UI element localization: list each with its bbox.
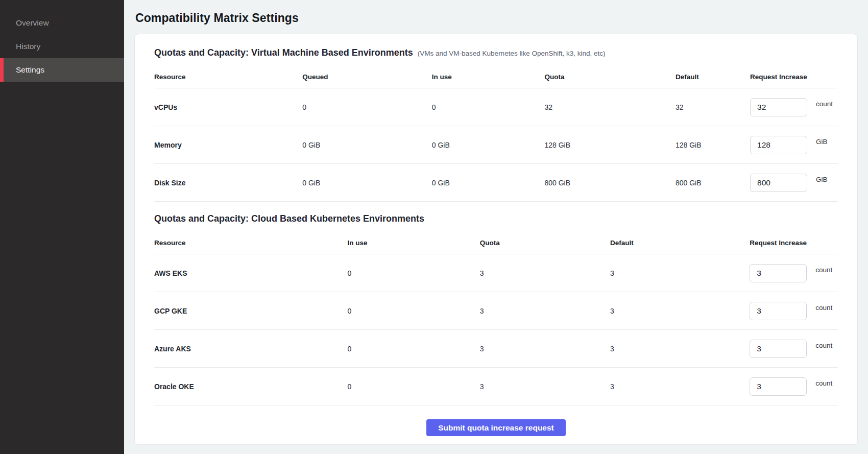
table-row: Oracle OKE 0 3 3 count xyxy=(154,368,838,405)
default-value: 32 xyxy=(676,103,750,111)
resource-name: GCP GKE xyxy=(154,307,347,315)
quota-value: 3 xyxy=(480,383,610,391)
quota-value: 3 xyxy=(480,269,610,277)
in-use-value: 0 GiB xyxy=(432,141,545,149)
disk-size-request-input[interactable] xyxy=(750,174,807,192)
resource-name: Memory xyxy=(154,141,302,149)
resource-name: AWS EKS xyxy=(154,269,347,277)
column-header-queued: Queued xyxy=(302,73,431,81)
quota-value: 3 xyxy=(480,345,610,353)
unit-label: count xyxy=(815,304,832,312)
default-value: 3 xyxy=(610,383,750,391)
resource-name: Azure AKS xyxy=(154,345,347,353)
sidebar-item-overview[interactable]: Overview xyxy=(0,11,124,35)
table-row: Memory 0 GiB 0 GiB 128 GiB 128 GiB GiB xyxy=(154,126,838,164)
default-value: 800 GiB xyxy=(676,179,750,187)
queued-value: 0 xyxy=(302,103,431,111)
column-header-resource: Resource xyxy=(154,73,302,81)
k8s-table-header: Resource In use Quota Default Request In… xyxy=(154,231,838,254)
column-header-in-use: In use xyxy=(432,73,545,81)
vcpus-request-input[interactable] xyxy=(750,98,807,116)
unit-label: GiB xyxy=(816,176,828,183)
default-value: 3 xyxy=(610,307,750,315)
column-header-in-use: In use xyxy=(347,239,479,247)
in-use-value: 0 GiB xyxy=(432,179,545,187)
quota-value: 32 xyxy=(544,103,675,111)
in-use-value: 0 xyxy=(432,103,545,111)
k8s-section-header: Quotas and Capacity: Cloud Based Kuberne… xyxy=(154,213,838,224)
main-content: Compatibility Matrix Settings Quotas and… xyxy=(124,0,868,454)
quota-value: 3 xyxy=(480,307,610,315)
table-row: GCP GKE 0 3 3 count xyxy=(154,292,838,330)
request-increase-cell: GiB xyxy=(750,136,838,154)
table-row: vCPUs 0 0 32 32 count xyxy=(154,88,838,126)
request-increase-cell: count xyxy=(750,302,838,320)
vm-section-header: Quotas and Capacity: Virtual Machine Bas… xyxy=(154,47,838,58)
default-value: 3 xyxy=(610,345,750,353)
settings-card: Quotas and Capacity: Virtual Machine Bas… xyxy=(134,34,858,445)
vm-section-title: Quotas and Capacity: Virtual Machine Bas… xyxy=(154,47,413,58)
queued-value: 0 GiB xyxy=(302,179,431,187)
submit-button-row: Submit quota increase request xyxy=(154,419,838,436)
request-increase-cell: count xyxy=(750,340,838,358)
sidebar-item-settings[interactable]: Settings xyxy=(0,58,124,82)
column-header-default: Default xyxy=(610,239,750,247)
resource-name: Oracle OKE xyxy=(154,383,347,391)
column-header-default: Default xyxy=(676,73,750,81)
aws-eks-request-input[interactable] xyxy=(750,264,807,282)
in-use-value: 0 xyxy=(347,383,479,391)
oracle-oke-request-input[interactable] xyxy=(750,377,807,396)
sidebar-item-history[interactable]: History xyxy=(0,35,124,58)
table-row: AWS EKS 0 3 3 count xyxy=(154,254,838,292)
in-use-value: 0 xyxy=(347,307,479,315)
quota-value: 128 GiB xyxy=(544,141,675,149)
unit-label: count xyxy=(815,266,832,274)
submit-quota-increase-button[interactable]: Submit quota increase request xyxy=(426,419,566,436)
resource-name: Disk Size xyxy=(154,179,302,187)
resource-name: vCPUs xyxy=(154,103,302,111)
memory-request-input[interactable] xyxy=(750,136,807,154)
column-header-resource: Resource xyxy=(154,239,347,247)
azure-aks-request-input[interactable] xyxy=(750,340,807,358)
default-value: 3 xyxy=(610,269,750,277)
request-increase-cell: GiB xyxy=(750,174,838,192)
in-use-value: 0 xyxy=(347,269,479,277)
column-header-request-increase: Request Increase xyxy=(750,239,838,247)
unit-label: count xyxy=(815,342,832,349)
table-row: Azure AKS 0 3 3 count xyxy=(154,330,838,368)
column-header-quota: Quota xyxy=(480,239,610,247)
request-increase-cell: count xyxy=(750,98,838,116)
unit-label: GiB xyxy=(816,138,828,146)
queued-value: 0 GiB xyxy=(302,141,431,149)
table-row: Disk Size 0 GiB 0 GiB 800 GiB 800 GiB Gi… xyxy=(154,164,838,202)
vm-section-subtitle: (VMs and VM-based Kubernetes like OpenSh… xyxy=(418,50,606,57)
request-increase-cell: count xyxy=(750,264,838,282)
in-use-value: 0 xyxy=(347,345,479,353)
default-value: 128 GiB xyxy=(676,141,750,149)
page-title: Compatibility Matrix Settings xyxy=(135,11,858,25)
vm-table-header: Resource Queued In use Quota Default Req… xyxy=(154,65,838,88)
column-header-quota: Quota xyxy=(544,73,675,81)
sidebar: Overview History Settings xyxy=(0,0,124,454)
quota-value: 800 GiB xyxy=(544,179,675,187)
column-header-request-increase: Request Increase xyxy=(750,73,838,81)
k8s-section-title: Quotas and Capacity: Cloud Based Kuberne… xyxy=(154,213,424,224)
gcp-gke-request-input[interactable] xyxy=(750,302,807,320)
unit-label: count xyxy=(816,100,833,108)
unit-label: count xyxy=(815,379,832,387)
request-increase-cell: count xyxy=(750,377,838,396)
